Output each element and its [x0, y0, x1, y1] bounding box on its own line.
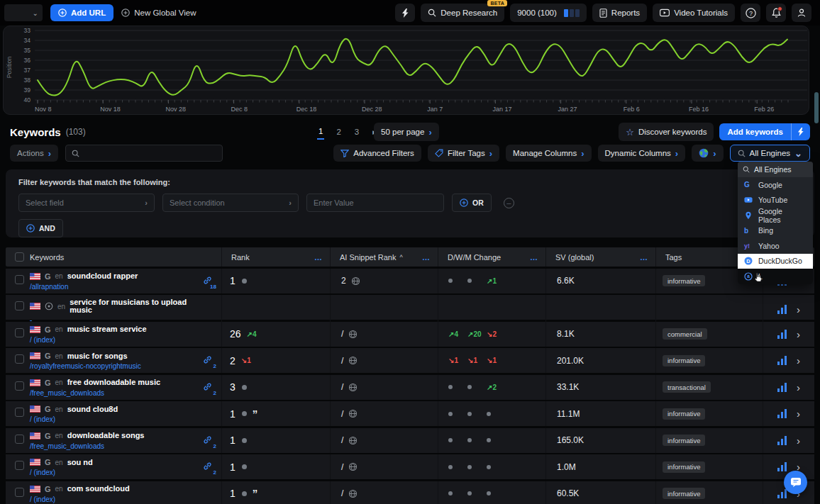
- row-checkbox[interactable]: [15, 301, 24, 310]
- expand-row-icon[interactable]: ›: [797, 304, 800, 315]
- video-tutorials-button[interactable]: Video Tutorials: [653, 4, 735, 22]
- project-selector[interactable]: ⌄: [4, 4, 43, 21]
- serp-feature-icon: [348, 356, 358, 365]
- keyword-url-link[interactable]: / (index): [30, 336, 55, 344]
- add-keywords-button[interactable]: Add keywords: [719, 123, 791, 140]
- keyword-cell: Genmusic stream service / (index): [6, 322, 221, 347]
- keyword-url-link[interactable]: / (index): [30, 495, 55, 503]
- remove-condition-icon[interactable]: –: [504, 198, 514, 208]
- chart-bars-icon[interactable]: [777, 330, 787, 339]
- reports-button[interactable]: Reports: [592, 4, 647, 22]
- add-keywords-ai-button[interactable]: [791, 123, 810, 140]
- chat-launcher-button[interactable]: [784, 471, 807, 494]
- expand-row-icon[interactable]: ›: [797, 382, 800, 393]
- linked-url-icon[interactable]: 2: [203, 382, 212, 393]
- new-global-view-button[interactable]: New Global View: [121, 9, 196, 17]
- engine-option-yahoo[interactable]: y!Yahoo: [738, 238, 813, 254]
- select-condition-dropdown[interactable]: Select condition ›: [162, 194, 299, 212]
- per-page-select[interactable]: 50 per page ›: [374, 123, 439, 141]
- engine-option-google[interactable]: GGoogle: [738, 177, 813, 193]
- change-down: ↘1: [467, 357, 487, 364]
- chart-bars-icon[interactable]: [777, 305, 787, 314]
- no-change-dot: [467, 412, 487, 416]
- row-checkbox[interactable]: [15, 328, 24, 337]
- and-button[interactable]: AND: [18, 219, 63, 237]
- or-button[interactable]: OR: [452, 194, 492, 212]
- chart-bars-icon[interactable]: [777, 356, 787, 365]
- keyword-text: free downloadable music: [67, 379, 160, 386]
- actions-button[interactable]: Actions ›: [10, 145, 58, 162]
- manage-columns-button[interactable]: Manage Columns ›: [506, 145, 591, 162]
- chart-bars-icon[interactable]: [777, 436, 787, 445]
- page-1-button[interactable]: 1: [317, 124, 324, 140]
- deep-research-button[interactable]: Deep Research BETA: [421, 4, 504, 22]
- sv-cell: 60.5K: [545, 481, 655, 504]
- chart-bars-icon[interactable]: [777, 383, 787, 392]
- all-engines-button[interactable]: All Engines ⌄: [730, 145, 810, 162]
- keyword-cell: enservice for musicians to upload music …: [6, 295, 221, 324]
- keyword-url-link[interactable]: /royaltyfreemusic-nocopyrightmusic: [30, 362, 141, 370]
- row-checkbox[interactable]: [15, 354, 24, 364]
- row-checkbox[interactable]: [15, 435, 24, 444]
- keyword-search-input[interactable]: [65, 145, 223, 162]
- dwm-change-cell: [438, 295, 545, 324]
- column-menu-icon[interactable]: …: [422, 253, 431, 262]
- keyword-url-link[interactable]: / (index): [30, 469, 55, 476]
- filter-tags-button[interactable]: Filter Tags ›: [428, 145, 499, 162]
- rank-change: ↗4: [247, 330, 257, 338]
- credits-indicator[interactable]: 9000 (100): [510, 4, 587, 22]
- linked-url-icon[interactable]: 2: [203, 461, 212, 472]
- engine-option-google-places[interactable]: Google Places: [738, 208, 813, 223]
- chart-bars-icon[interactable]: [777, 462, 787, 471]
- engines-search-input[interactable]: All Engines: [738, 162, 813, 177]
- select-all-checkbox[interactable]: [15, 252, 24, 262]
- column-menu-icon[interactable]: …: [314, 253, 323, 262]
- scrollbar-thumb[interactable]: [814, 92, 819, 123]
- filter-value-input[interactable]: [306, 194, 444, 212]
- no-change-dot: [448, 385, 467, 389]
- engine-option-duckduckgo[interactable]: DDuckDuckGo: [738, 254, 813, 269]
- linked-url-icon[interactable]: 2: [203, 355, 212, 366]
- expand-row-icon[interactable]: ›: [797, 408, 800, 419]
- duckduckgo-icon: D: [744, 257, 753, 265]
- linked-url-icon[interactable]: 18: [203, 276, 212, 286]
- expand-row-icon[interactable]: ›: [797, 355, 800, 366]
- row-checkbox[interactable]: [15, 461, 24, 470]
- dynamic-columns-button[interactable]: Dynamic Columns ›: [598, 145, 686, 162]
- advanced-filters-button[interactable]: Advanced Filters: [333, 145, 421, 162]
- engine-option-l[interactable]: aL: [738, 269, 813, 284]
- column-menu-icon[interactable]: …: [530, 253, 538, 262]
- help-button[interactable]: ?: [741, 4, 760, 22]
- account-button[interactable]: [792, 4, 811, 22]
- row-checkbox[interactable]: [15, 381, 24, 391]
- topbar: ⌄ Add URL New Global View Deep Research …: [0, 0, 820, 26]
- expand-row-icon[interactable]: ›: [797, 329, 800, 340]
- page-3-button[interactable]: 3: [353, 125, 360, 139]
- svg-text:?: ?: [749, 9, 753, 16]
- expand-row-icon[interactable]: ›: [797, 435, 800, 446]
- sv-cell: 8.1K: [545, 322, 655, 347]
- page-2-button[interactable]: 2: [335, 125, 342, 139]
- engine-option-youtube[interactable]: YouTube: [738, 193, 813, 208]
- keyword-url-link[interactable]: /free_music_downloads: [30, 442, 104, 450]
- sv-cell: 1.0M: [545, 454, 655, 479]
- column-menu-icon[interactable]: …: [640, 253, 648, 262]
- linked-url-icon[interactable]: 2: [203, 435, 212, 446]
- notifications-button[interactable]: [766, 4, 786, 22]
- keyword-url-link[interactable]: / (index): [30, 415, 55, 423]
- keyword-url-link[interactable]: /free_music_downloads: [30, 389, 104, 397]
- row-checkbox[interactable]: [15, 488, 24, 497]
- chart-bars-icon[interactable]: [777, 489, 787, 498]
- chart-bars-icon[interactable]: [777, 409, 787, 418]
- add-url-button[interactable]: Add URL: [50, 4, 113, 21]
- google-places-icon: [744, 211, 753, 220]
- select-field-dropdown[interactable]: Select field ›: [18, 194, 155, 212]
- star-icon: ☆: [626, 127, 634, 138]
- keyword-url-link[interactable]: /allrapnation: [30, 283, 68, 291]
- row-checkbox[interactable]: [15, 275, 24, 284]
- region-selector-button[interactable]: ›: [692, 145, 723, 162]
- row-checkbox[interactable]: [15, 408, 24, 417]
- discover-keywords-button[interactable]: ☆ Discover keywords: [619, 123, 714, 141]
- engine-option-bing[interactable]: bBing: [738, 223, 813, 239]
- quick-actions-button[interactable]: [395, 4, 415, 22]
